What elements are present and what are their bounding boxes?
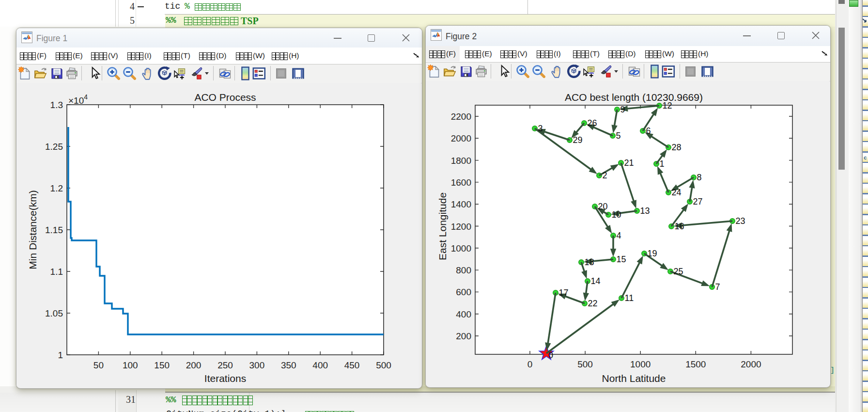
svg-text:10: 10	[612, 210, 621, 220]
svg-text:450: 450	[344, 360, 360, 370]
svg-text:4: 4	[617, 231, 621, 240]
svg-text:3: 3	[538, 124, 543, 133]
svg-text:28: 28	[672, 143, 682, 152]
svg-text:25: 25	[674, 267, 683, 276]
svg-text:13: 13	[640, 206, 650, 216]
svg-text:200: 200	[456, 331, 471, 341]
svg-text:500: 500	[577, 359, 593, 369]
svg-text:Iterations: Iterations	[204, 373, 246, 384]
svg-text:5: 5	[616, 131, 621, 141]
svg-text:15: 15	[617, 254, 626, 264]
svg-text:East Longitude: East Longitude	[437, 192, 448, 260]
svg-text:1600: 1600	[451, 177, 471, 188]
svg-text:ACO Process: ACO Process	[194, 92, 256, 103]
svg-text:1.2: 1.2	[50, 183, 63, 193]
svg-text:1.25: 1.25	[45, 142, 63, 152]
svg-text:300: 300	[249, 360, 265, 370]
svg-text:18: 18	[585, 257, 594, 267]
svg-text:19: 19	[648, 249, 657, 258]
svg-text:1: 1	[660, 159, 665, 169]
svg-text:1.1: 1.1	[50, 267, 63, 277]
svg-text:North Latitude: North Latitude	[602, 373, 666, 384]
svg-text:600: 600	[456, 287, 471, 297]
svg-text:1.05: 1.05	[45, 308, 63, 318]
svg-text:22: 22	[588, 299, 598, 308]
svg-text:2000: 2000	[741, 359, 761, 369]
svg-text:24: 24	[672, 188, 682, 197]
svg-text:2200: 2200	[451, 111, 471, 122]
svg-text:1.15: 1.15	[45, 225, 63, 235]
svg-text:27: 27	[693, 197, 703, 206]
svg-text:23: 23	[736, 216, 745, 226]
svg-text:150: 150	[154, 360, 170, 370]
svg-text:400: 400	[312, 360, 328, 370]
svg-text:9: 9	[620, 105, 625, 114]
svg-text:1000: 1000	[630, 359, 651, 369]
svg-text:1000: 1000	[451, 243, 471, 254]
svg-text:0: 0	[548, 350, 553, 360]
svg-text:1400: 1400	[451, 199, 471, 209]
svg-text:29: 29	[573, 135, 583, 145]
svg-text:0: 0	[527, 359, 533, 369]
svg-text:8: 8	[697, 173, 702, 182]
svg-text:16: 16	[675, 222, 684, 231]
svg-text:ACO best length (10230.9669): ACO best length (10230.9669)	[565, 92, 703, 103]
svg-text:800: 800	[456, 265, 471, 275]
svg-text:6: 6	[646, 126, 651, 136]
svg-text:1.3: 1.3	[50, 100, 63, 110]
svg-text:100: 100	[123, 360, 138, 370]
svg-text:250: 250	[217, 360, 233, 370]
svg-text:12: 12	[663, 101, 672, 111]
svg-text:200: 200	[186, 360, 202, 370]
svg-text:500: 500	[376, 360, 391, 370]
svg-text:2: 2	[603, 171, 607, 180]
svg-text:17: 17	[559, 288, 569, 298]
svg-text:Min Distance(km): Min Distance(km)	[27, 190, 38, 269]
svg-text:21: 21	[624, 158, 634, 168]
svg-text:11: 11	[625, 293, 634, 303]
svg-text:14: 14	[591, 276, 601, 286]
svg-text:20: 20	[598, 202, 608, 211]
svg-text:26: 26	[588, 118, 597, 128]
svg-text:2000: 2000	[451, 133, 471, 143]
svg-text:1: 1	[58, 350, 63, 360]
svg-text:1800: 1800	[451, 156, 471, 166]
svg-text:7: 7	[715, 282, 720, 292]
svg-text:50: 50	[93, 360, 104, 370]
svg-text:1500: 1500	[685, 359, 706, 369]
svg-text:1200: 1200	[451, 222, 471, 232]
svg-text:400: 400	[456, 309, 471, 319]
svg-text:350: 350	[281, 360, 296, 370]
